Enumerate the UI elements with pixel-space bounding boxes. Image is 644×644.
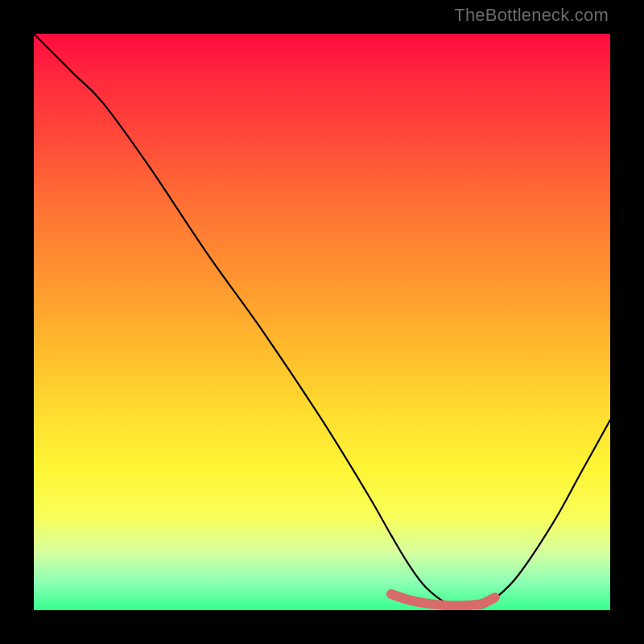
chart-frame: TheBottleneck.com [0, 0, 644, 644]
bottleneck-curve-line [34, 34, 610, 608]
chart-svg [34, 34, 610, 610]
watermark-text: TheBottleneck.com [454, 5, 609, 26]
plot-area [34, 34, 610, 610]
optimal-zone-highlight [391, 594, 495, 606]
